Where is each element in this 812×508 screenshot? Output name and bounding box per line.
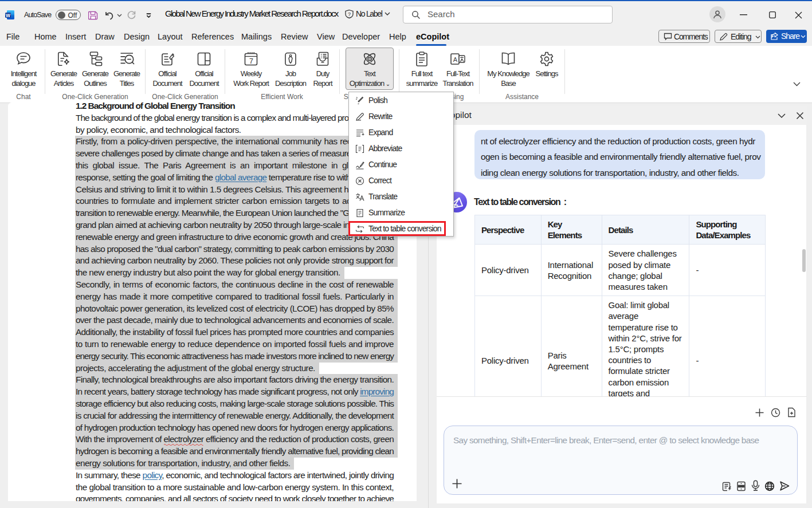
svg-text:A: A [453, 56, 458, 63]
svg-text:7: 7 [249, 57, 253, 65]
svg-text:?: ? [348, 11, 351, 17]
svg-text:W: W [6, 13, 10, 18]
